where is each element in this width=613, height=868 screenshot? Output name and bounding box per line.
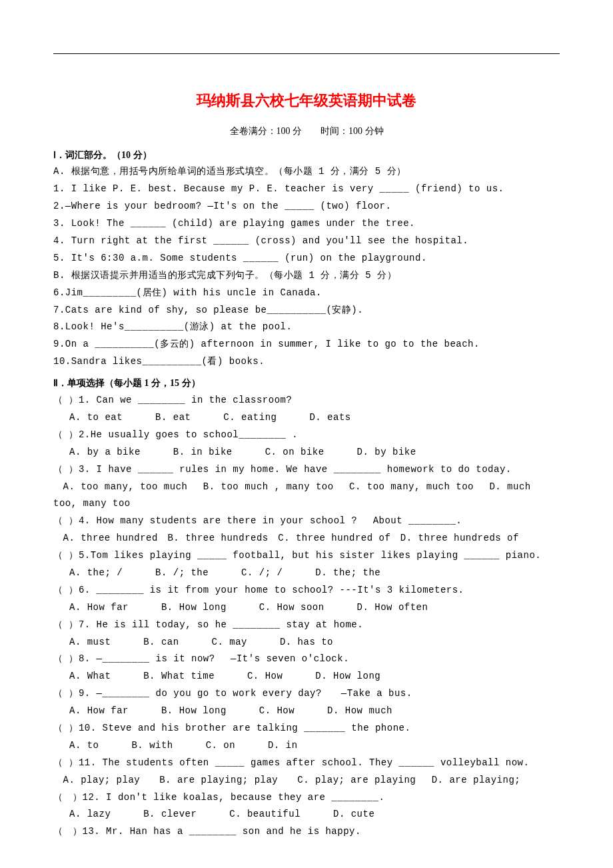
q-a4: 4. Turn right at the first ______ (cross…: [53, 233, 560, 250]
q10a: A. to: [69, 737, 99, 755]
q12b: B. clever: [143, 806, 197, 823]
q10-options: A. to B. with C. on D. in: [53, 737, 560, 755]
q-b7: 7.Cats are kind of shy, so please be____…: [53, 302, 560, 319]
q1c: C. eating: [223, 409, 277, 427]
q2d: D. by bike: [357, 444, 416, 461]
q7d: D. has to: [280, 634, 333, 651]
q6b: B. How long: [161, 599, 227, 617]
q-a3: 3. Look! The ______ (child) are playing …: [53, 215, 560, 233]
q2a: A. by a bike: [69, 444, 141, 461]
q12-options: A. lazy B. clever C. beautiful D. cute: [53, 806, 560, 823]
q1d: D. eats: [309, 409, 350, 427]
q5c: C. /; /: [241, 565, 283, 582]
q5-options: A. the; / B. /; the C. /; / D. the; the: [53, 565, 560, 582]
q8a: A. What: [69, 668, 111, 685]
q5a: A. the; /: [69, 565, 123, 582]
q5b: B. /; the: [155, 565, 209, 582]
q5d: D. the; the: [315, 565, 380, 582]
q2-options: A. by a bike B. in bike C. on bike D. by…: [53, 444, 560, 461]
q-b9: 9.On a __________(多云的) afternoon in summ…: [53, 336, 560, 353]
q1: （ ）1. Can we ________ in the classroom?: [53, 392, 560, 409]
q6: （ ）6. ________ is it from your home to s…: [53, 582, 560, 599]
q6c: C. How soon: [259, 599, 324, 617]
subtitle: 全卷满分：100 分 时间：100 分钟: [53, 123, 560, 140]
q2b: B. in bike: [173, 444, 233, 461]
q7b: B. can: [143, 634, 179, 651]
q8d: D. How long: [315, 668, 380, 685]
q8: （ ）8. —________ is it now? —It's seven o…: [53, 651, 560, 668]
q9-options: A. How far B. How long C. How D. How muc…: [53, 703, 560, 720]
q-b8: 8.Look! He's__________(游泳) at the pool.: [53, 319, 560, 336]
q9b: B. How long: [161, 703, 227, 720]
q9d: D. How much: [327, 703, 392, 720]
top-divider: [53, 53, 560, 54]
q7: （ ）7. He is ill today, so he ________ st…: [53, 617, 560, 634]
q9a: A. How far: [69, 703, 129, 720]
q13: （ ）13. Mr. Han has a ________ son and he…: [53, 823, 560, 841]
q10: （ ）10. Steve and his brother are talking…: [53, 720, 560, 737]
q2: （ ）2.He usually goes to school________ .: [53, 427, 560, 444]
q6d: D. How often: [357, 599, 428, 617]
q10c: C. on: [206, 737, 236, 755]
q-b6: 6.Jim_________(居住) with his uncle in Can…: [53, 285, 560, 302]
q6a: A. How far: [69, 599, 129, 617]
q10b: B. with: [131, 737, 173, 755]
section1-partA: A. 根据句意，用括号内所给单词的适当形式填空。（每小题 1 分，满分 5 分）: [53, 163, 560, 181]
q12d: D. cute: [333, 806, 374, 823]
q4: （ ）4. How many students are there in you…: [53, 513, 560, 530]
q10d: D. in: [268, 737, 298, 755]
section2-heading: Ⅱ．单项选择（每小题 1 分，15 分）: [53, 375, 560, 392]
q1-options: A. to eat B. eat C. eating D. eats: [53, 409, 560, 427]
q3-options: A. too many, too much B. too much , many…: [53, 479, 560, 513]
section1-heading: Ⅰ．词汇部分。（10 分）: [53, 147, 560, 164]
q8b: B. What time: [143, 668, 215, 685]
q-a5: 5. It's 6:30 a.m. Some students ______ (…: [53, 250, 560, 267]
q8c: C. How: [247, 668, 283, 685]
q9c: C. How: [259, 703, 295, 720]
q-b10: 10.Sandra likes__________(看) books.: [53, 353, 560, 371]
q3: （ ）3. I have ______ rules in my home. We…: [53, 461, 560, 479]
q-a2: 2.—Where is your bedroom? —It's on the _…: [53, 198, 560, 215]
q11-options: A. play; play B. are playing; play C. pl…: [53, 772, 560, 789]
page-title: 玛纳斯县六校七年级英语期中试卷: [53, 87, 560, 115]
q11: （ ）11. The students often _____ games af…: [53, 755, 560, 772]
q4-options: A. three hundred B. three hundreds C. th…: [53, 530, 560, 547]
q1b: B. eat: [155, 409, 191, 427]
q1a: A. to eat: [69, 409, 123, 427]
q12a: A. lazy: [69, 806, 111, 823]
q12c: C. beautiful: [229, 806, 301, 823]
q12: （ ）12. I don't like koalas, because they…: [53, 789, 560, 807]
section1-partB: B. 根据汉语提示并用适当的形式完成下列句子。（每小题 1 分，满分 5 分）: [53, 267, 560, 285]
q8-options: A. What B. What time C. How D. How long: [53, 668, 560, 685]
q2c: C. on bike: [265, 444, 324, 461]
q6-options: A. How far B. How long C. How soon D. Ho…: [53, 599, 560, 617]
q-a1: 1. I like P. E. best. Because my P. E. t…: [53, 181, 560, 198]
q7a: A. must: [69, 634, 111, 651]
q7-options: A. must B. can C. may D. has to: [53, 634, 560, 651]
q7c: C. may: [212, 634, 247, 651]
q5: （ ）5.Tom likes playing _____ football, b…: [53, 547, 560, 565]
q9: （ ）9. —________ do you go to work every …: [53, 685, 560, 703]
